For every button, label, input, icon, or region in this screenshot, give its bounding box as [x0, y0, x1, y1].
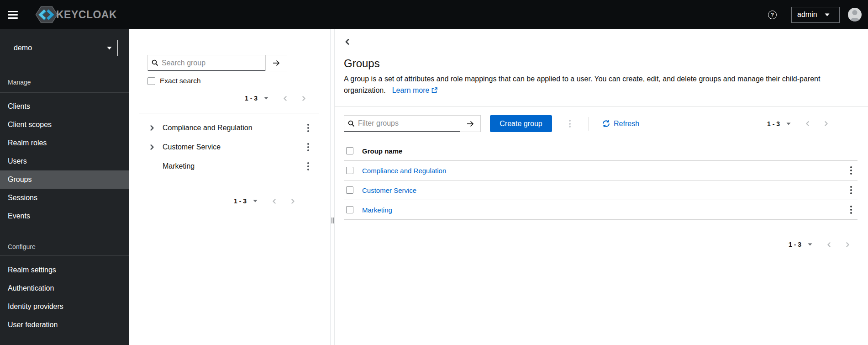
kebab-menu-icon[interactable] [302, 122, 315, 134]
chevron-right-icon [845, 242, 851, 248]
exact-search-checkbox[interactable] [147, 77, 155, 85]
tree-item-label[interactable]: Marketing [163, 162, 195, 170]
pagination-options-toggle[interactable] [786, 122, 791, 125]
toolbar-kebab-menu-icon[interactable] [562, 116, 578, 132]
filter-groups-field[interactable] [344, 116, 460, 132]
table-pagination-top: 1 - 3 [767, 120, 829, 127]
pagination-prev-button[interactable] [826, 242, 832, 248]
pagination-next-button[interactable] [301, 96, 307, 101]
page-title: Groups [344, 57, 857, 70]
nav-toggle-hamburger-icon[interactable] [8, 11, 18, 19]
sidebar-item-user-federation[interactable]: User federation [0, 316, 129, 334]
help-icon[interactable]: ? [768, 11, 777, 19]
exact-search-row: Exact search [147, 77, 201, 85]
chevron-right-icon [301, 96, 307, 101]
pagination-range: 1 - 3 [789, 241, 801, 248]
row-kebab-menu-icon[interactable] [846, 184, 857, 196]
search-icon [348, 120, 355, 127]
realm-selector[interactable]: demo [8, 40, 118, 56]
chevron-left-icon [826, 242, 832, 248]
group-tree-panel: Exact search 1 - 3 Compliance and Regula… [129, 29, 331, 345]
pagination-options-toggle[interactable] [808, 243, 812, 246]
sidebar-item-groups[interactable]: Groups [0, 170, 129, 189]
row-checkbox[interactable] [346, 206, 353, 213]
sidebar-item-client-scopes[interactable]: Client scopes [0, 116, 129, 134]
group-search-input[interactable] [162, 59, 262, 67]
table-row: Customer Service [344, 180, 857, 200]
group-search-submit-button[interactable] [265, 55, 287, 71]
sidebar-item-realm-settings[interactable]: Realm settings [0, 261, 129, 279]
group-link[interactable]: Marketing [362, 206, 392, 214]
sidebar-item-clients[interactable]: Clients [0, 97, 129, 116]
caret-down-icon [786, 122, 791, 125]
filter-groups-input[interactable] [358, 119, 456, 127]
tree-item-label[interactable]: Compliance and Regulation [163, 124, 253, 132]
pagination-options-toggle[interactable] [253, 200, 258, 202]
toolbar-divider [589, 117, 589, 131]
external-link-icon [431, 87, 437, 93]
expand-chevron-icon[interactable] [148, 124, 156, 132]
chevron-down-icon [107, 47, 112, 50]
group-tree: Compliance and Regulation Customer Servi… [129, 118, 331, 176]
pagination-prev-button[interactable] [271, 198, 277, 204]
sidebar-item-users[interactable]: Users [0, 152, 129, 170]
chevron-right-icon [290, 198, 296, 204]
pagination-next-button[interactable] [290, 198, 296, 204]
masthead: KEYCLOAK ? admin [0, 0, 868, 29]
pagination-next-button[interactable] [823, 121, 829, 127]
select-all-checkbox[interactable] [346, 147, 353, 154]
refresh-icon [602, 120, 610, 127]
refresh-button[interactable]: Refresh [602, 120, 639, 128]
filter-groups-group [344, 115, 481, 132]
pagination-options-toggle[interactable] [264, 97, 268, 100]
drawer-resize-splitter[interactable] [331, 29, 335, 345]
row-checkbox[interactable] [346, 167, 353, 174]
exact-search-label[interactable]: Exact search [160, 77, 201, 85]
drag-handle-icon [331, 218, 335, 223]
kebab-menu-icon[interactable] [302, 141, 315, 154]
caret-down-icon [253, 200, 258, 202]
filter-groups-submit-button[interactable] [460, 116, 480, 132]
group-link[interactable]: Customer Service [362, 186, 416, 194]
group-search-group [147, 55, 287, 71]
sidebar-item-authentication[interactable]: Authentication [0, 279, 129, 297]
pagination-next-button[interactable] [845, 242, 851, 248]
sidebar-item-sessions[interactable]: Sessions [0, 189, 129, 207]
avatar[interactable] [848, 8, 862, 21]
group-link[interactable]: Compliance and Regulation [362, 167, 446, 175]
row-kebab-menu-icon[interactable] [846, 203, 857, 216]
create-group-button[interactable]: Create group [490, 115, 552, 132]
tree-item-customer-service: Customer Service [129, 138, 331, 157]
pagination-prev-button[interactable] [282, 96, 288, 101]
table-row: Compliance and Regulation [344, 161, 857, 180]
row-kebab-menu-icon[interactable] [846, 164, 857, 177]
tree-item-label[interactable]: Customer Service [163, 143, 221, 151]
learn-more-link[interactable]: Learn more [392, 86, 438, 94]
caret-down-icon [264, 97, 268, 100]
column-header-group-name: Group name [362, 147, 402, 155]
chevron-down-icon [825, 13, 830, 16]
sidebar-item-realm-roles[interactable]: Realm roles [0, 134, 129, 152]
refresh-label: Refresh [614, 120, 639, 128]
keycloak-logo: KEYCLOAK [31, 5, 117, 24]
table-header-row: Group name [344, 141, 857, 161]
kebab-menu-icon[interactable] [302, 160, 315, 173]
sidebar: demo Manage Clients Client scopes Realm … [0, 29, 129, 345]
chevron-left-icon [805, 121, 810, 127]
sidebar-item-identity-providers[interactable]: Identity providers [0, 297, 129, 316]
pagination-prev-button[interactable] [805, 121, 810, 127]
caret-down-icon [808, 243, 812, 246]
page-description: A group is a set of attributes and role … [344, 73, 857, 96]
chevron-left-icon [271, 198, 277, 204]
user-dropdown-label: admin [797, 11, 817, 19]
masthead-right: ? admin [768, 7, 868, 23]
collapse-drawer-chevron-icon[interactable] [344, 38, 351, 45]
arrow-right-icon [467, 121, 474, 127]
user-dropdown[interactable]: admin [791, 7, 840, 23]
sidebar-item-events[interactable]: Events [0, 207, 129, 225]
expand-chevron-icon[interactable] [148, 143, 156, 151]
row-checkbox[interactable] [346, 186, 353, 194]
realm-selector-value: demo [14, 44, 107, 52]
group-search-field[interactable] [148, 55, 265, 71]
pagination-range: 1 - 3 [234, 197, 247, 205]
